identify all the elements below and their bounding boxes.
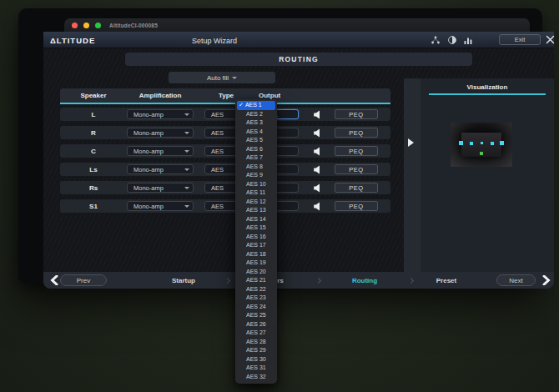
screenshot-stage: AltitudeCI-000085 ΔLTITUDE Setup Wizard … xyxy=(0,0,559,392)
dropdown-option[interactable]: AES 8 xyxy=(235,163,277,172)
expand-visualization-arrow-icon[interactable] xyxy=(408,138,414,147)
visualization-panel: Visualization xyxy=(421,78,554,272)
speaker-label: Rs xyxy=(60,184,127,192)
page-title: Setup Wizard xyxy=(152,37,277,45)
dropdown-option-selected[interactable]: ✓AES 1 xyxy=(237,101,275,110)
chevron-down-icon xyxy=(184,150,189,153)
speaker-mute-icon[interactable] xyxy=(313,165,323,174)
dropdown-option[interactable]: AES 32 xyxy=(235,373,277,382)
dropdown-option[interactable]: AES 17 xyxy=(235,241,277,250)
exit-button[interactable]: Exit xyxy=(499,34,541,45)
wizard-step-preset[interactable]: Preset xyxy=(417,277,476,284)
dropdown-option[interactable]: AES 6 xyxy=(235,145,277,154)
speaker-mute-icon[interactable] xyxy=(313,147,323,156)
speaker-label: L xyxy=(60,111,127,118)
peq-button[interactable]: PEQ xyxy=(335,164,378,174)
peq-button[interactable]: PEQ xyxy=(335,183,378,193)
chevron-down-icon xyxy=(184,113,189,116)
contrast-icon[interactable] xyxy=(447,35,457,45)
speaker-dot xyxy=(470,142,473,145)
peq-button[interactable]: PEQ xyxy=(335,109,378,119)
table-header-accent-line xyxy=(60,103,390,104)
dropdown-option[interactable]: AES 28 xyxy=(235,338,277,347)
speaker-mute-icon[interactable] xyxy=(313,202,323,211)
column-header-speaker: Speaker xyxy=(60,92,127,99)
visualization-title: Visualization xyxy=(421,83,554,91)
traffic-light-zoom-icon[interactable] xyxy=(95,23,101,28)
step-separator-chevron-icon xyxy=(408,278,414,284)
dropdown-option[interactable]: AES 20 xyxy=(235,268,277,277)
chevron-down-icon xyxy=(184,205,189,208)
app-window: AltitudeCI-000085 ΔLTITUDE Setup Wizard … xyxy=(18,8,542,284)
routing-table-header: Speaker Amplification Type Output xyxy=(60,88,390,103)
dropdown-option[interactable]: AES 26 xyxy=(235,320,277,329)
listener-dot xyxy=(480,152,483,155)
dropdown-option[interactable]: AES 18 xyxy=(235,250,277,259)
chevron-down-icon xyxy=(184,168,189,171)
dropdown-option[interactable]: AES 27 xyxy=(235,329,277,338)
amplification-select[interactable]: Mono-amp xyxy=(127,146,194,156)
amplification-select[interactable]: Mono-amp xyxy=(127,201,194,211)
dropdown-option[interactable]: AES 22 xyxy=(235,285,277,294)
speaker-label: Ls xyxy=(60,166,127,173)
peq-button[interactable]: PEQ xyxy=(335,146,378,156)
wizard-step-routing[interactable]: Routing xyxy=(335,277,394,284)
dropdown-option[interactable]: AES 10 xyxy=(235,180,277,189)
dropdown-option[interactable]: AES 21 xyxy=(235,276,277,285)
dropdown-option[interactable]: AES 19 xyxy=(235,259,277,268)
column-header-amplification: Amplification xyxy=(127,92,194,99)
chevron-down-icon xyxy=(184,187,189,189)
output-dropdown-list: ✓AES 1AES 2AES 3AES 4AES 5AES 6AES 7AES … xyxy=(235,99,277,384)
dropdown-option[interactable]: AES 23 xyxy=(235,294,277,303)
amplification-select[interactable]: Mono-amp xyxy=(127,109,194,119)
next-chevron-icon[interactable] xyxy=(542,275,551,285)
dropdown-option[interactable]: AES 4 xyxy=(235,128,277,137)
table-row: CMono-ampAESPEQ xyxy=(60,144,390,158)
speaker-dot xyxy=(491,142,494,145)
dropdown-option[interactable]: AES 24 xyxy=(235,303,277,312)
auto-fill-label: Auto fill xyxy=(207,74,229,82)
dropdown-option[interactable]: AES 9 xyxy=(235,171,277,180)
amplification-select[interactable]: Mono-amp xyxy=(127,128,194,138)
speaker-mute-icon[interactable] xyxy=(313,110,323,119)
dropdown-option[interactable]: AES 11 xyxy=(235,188,277,198)
dropdown-option[interactable]: AES 29 xyxy=(235,346,277,355)
speaker-dot xyxy=(481,142,483,144)
visualization-accent-line xyxy=(429,93,546,95)
dropdown-option[interactable]: AES 7 xyxy=(235,153,277,163)
window-title: AltitudeCI-000085 xyxy=(109,23,158,28)
peq-button[interactable]: PEQ xyxy=(335,201,378,211)
amplification-select[interactable]: Mono-amp xyxy=(127,183,194,193)
dropdown-option[interactable]: AES 15 xyxy=(235,224,277,233)
dropdown-option[interactable]: AES 14 xyxy=(235,215,277,224)
auto-fill-button[interactable]: Auto fill xyxy=(169,72,275,83)
main-content: ROUTING Auto fill Speaker Amplification … xyxy=(43,48,554,272)
wizard-footer: Prev StartupSpeakersRoutingPreset Next xyxy=(43,272,554,289)
prev-chevron-icon[interactable] xyxy=(50,275,58,285)
chevron-down-icon xyxy=(184,132,189,134)
dropdown-option[interactable]: AES 25 xyxy=(235,311,277,320)
prev-button[interactable]: Prev xyxy=(60,274,107,286)
speaker-mute-icon[interactable] xyxy=(313,128,323,138)
close-icon[interactable] xyxy=(546,35,555,44)
table-row: LMono-ampAESAES 1PEQ xyxy=(60,108,390,121)
speaker-mute-icon[interactable] xyxy=(313,183,323,193)
next-button[interactable]: Next xyxy=(496,274,536,286)
traffic-light-close-icon[interactable] xyxy=(72,23,78,28)
amplification-select[interactable]: Mono-amp xyxy=(127,164,194,174)
dropdown-option[interactable]: AES 31 xyxy=(235,364,277,373)
traffic-light-minimize-icon[interactable] xyxy=(83,23,89,28)
dropdown-option[interactable]: AES 12 xyxy=(235,198,277,207)
peq-button[interactable]: PEQ xyxy=(335,128,378,138)
levels-icon[interactable] xyxy=(463,35,473,45)
wizard-step-startup[interactable]: Startup xyxy=(154,277,213,284)
dropdown-option[interactable]: AES 3 xyxy=(235,118,277,128)
column-header-type: Type xyxy=(204,92,248,99)
step-separator-chevron-icon xyxy=(315,278,321,284)
dropdown-option[interactable]: AES 13 xyxy=(235,206,277,215)
dropdown-option[interactable]: AES 30 xyxy=(235,355,277,364)
dropdown-option[interactable]: AES 5 xyxy=(235,136,277,145)
network-icon[interactable] xyxy=(431,35,441,45)
dropdown-option[interactable]: AES 16 xyxy=(235,233,277,242)
dropdown-option[interactable]: AES 2 xyxy=(235,110,277,119)
